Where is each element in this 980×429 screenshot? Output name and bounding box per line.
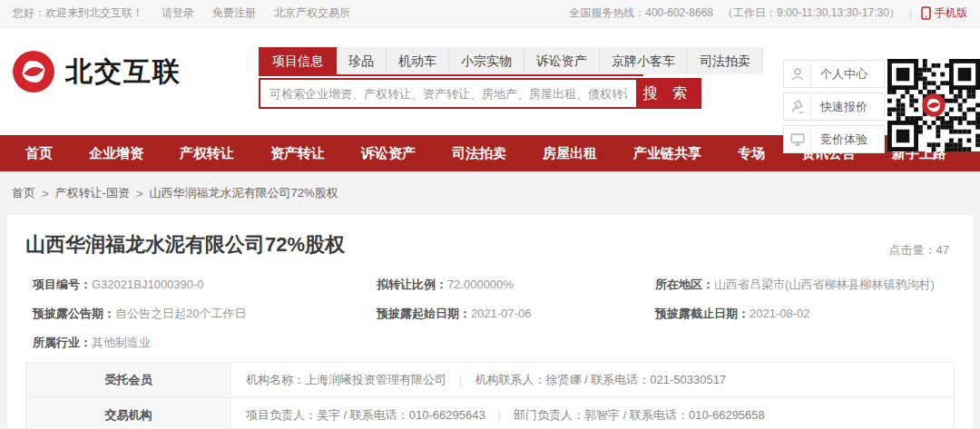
personal-center-button[interactable]: 个人中心: [783, 60, 885, 88]
project-detail-card: 山西华润福龙水泥有限公司72%股权 点击量：47 项目编号：G32021BJ10…: [7, 215, 973, 428]
mobile-version-label: 手机版: [935, 5, 967, 21]
field-transfer-ratio: 拟转让比例：72.000000%: [369, 277, 648, 293]
breadcrumb: 首页 > 产权转让-国资 > 山西华润福龙水泥有限公司72%股权: [0, 171, 980, 215]
greeting-text: 您好：欢迎来到北交互联！: [13, 5, 143, 21]
table-row-trading-institution: 交易机构 项目负责人：吴宇 / 联系电话：010-66295643 | 部门负责…: [26, 397, 954, 429]
hit-counter-label: 点击量：: [889, 243, 936, 257]
breadcrumb-separator: >: [136, 187, 143, 200]
quick-quote-button[interactable]: 快速报价: [783, 93, 885, 121]
bidding-experience-label: 竞价体验: [811, 132, 867, 148]
tab-project-info[interactable]: 项目信息: [259, 47, 337, 74]
breadcrumb-category[interactable]: 产权转让-国资: [55, 185, 130, 201]
nav-judicial-auction[interactable]: 司法拍卖: [434, 135, 524, 171]
field-start-date: 预披露起始日期：2021-07-06: [369, 306, 648, 322]
nav-capital-increase[interactable]: 企业增资: [71, 135, 162, 171]
breadcrumb-current: 山西华润福龙水泥有限公司72%股权: [150, 185, 338, 201]
bidding-experience-button[interactable]: 竞价体验: [783, 125, 885, 153]
hotline-text: 全国服务热线：400-602-8668: [569, 5, 713, 21]
work-hours-text: （工作日：9:00-11:30,13:30-17:30）: [722, 5, 900, 21]
tab-judicial-auction[interactable]: 司法拍卖: [688, 47, 763, 74]
login-link[interactable]: 请登录: [162, 5, 194, 21]
cell-divider: |: [498, 408, 501, 422]
hit-counter: 点击量：47: [889, 242, 949, 258]
page-title: 山西华润福龙水泥有限公司72%股权: [25, 215, 955, 258]
quick-links: 个人中心 快速报价 竞价体验: [783, 60, 885, 153]
qr-code: [887, 59, 980, 151]
cell-divider: |: [459, 374, 462, 387]
tab-vehicles[interactable]: 机动车: [387, 47, 449, 74]
breadcrumb-home[interactable]: 首页: [12, 185, 35, 201]
project-fields: 项目编号：G32021BJ1000390-0 拟转让比例：72.000000% …: [25, 270, 955, 357]
breadcrumb-separator: >: [42, 187, 49, 200]
phone-icon: [921, 6, 931, 20]
top-utility-bar: 您好：欢迎来到北交互联！ 请登录 免费注册 北京产权交易所 全国服务热线：400…: [0, 0, 980, 27]
quick-quote-label: 快速报价: [811, 99, 867, 115]
nav-home[interactable]: 首页: [7, 135, 71, 171]
row-content: 机构名称：上海润曦投资管理有限公司 | 机构联系人：徐贤娜 / 联系电话：021…: [231, 363, 954, 397]
nav-special-sessions[interactable]: 专场: [720, 135, 783, 171]
site-header: 北交互联 项目信息 珍品 机动车 小宗实物 诉讼资产 京牌小客车 司法拍卖 搜 …: [0, 27, 980, 135]
search-tabs: 项目信息 珍品 机动车 小宗实物 诉讼资产 京牌小客车 司法拍卖: [259, 47, 643, 76]
nav-house-rental[interactable]: 房屋出租: [524, 135, 615, 171]
mobile-version-link[interactable]: 手机版: [921, 5, 967, 21]
personal-center-label: 个人中心: [811, 66, 867, 83]
tab-beijing-plate-cars[interactable]: 京牌小客车: [600, 47, 688, 74]
divider: |: [909, 7, 912, 20]
field-end-date: 预披露截止日期：2021-08-02: [648, 306, 955, 322]
tab-litigation-assets[interactable]: 诉讼资产: [524, 47, 600, 74]
nav-asset-transfer[interactable]: 资产转让: [252, 135, 343, 171]
nav-litigation-assets[interactable]: 诉讼资产: [343, 135, 434, 171]
search-button[interactable]: 搜 索: [636, 80, 700, 107]
nav-equity-transfer[interactable]: 产权转让: [162, 135, 252, 171]
field-announcement-period: 预披露公告期：自公告之日起20个工作日: [25, 306, 369, 322]
contact-table: 受托会员 机构名称：上海润曦投资管理有限公司 | 机构联系人：徐贤娜 / 联系电…: [25, 362, 955, 429]
row-content: 项目负责人：吴宇 / 联系电话：010-66295643 | 部门负责人：郭智宇…: [231, 398, 954, 429]
user-icon: [784, 61, 811, 87]
row-header: 交易机构: [26, 398, 231, 429]
row-header: 受托会员: [26, 363, 231, 397]
tab-small-goods[interactable]: 小宗实物: [449, 47, 524, 74]
search-input[interactable]: [260, 80, 636, 107]
field-project-number: 项目编号：G32021BJ1000390-0: [25, 277, 369, 293]
table-row-entrusted-member: 受托会员 机构名称：上海润曦投资管理有限公司 | 机构联系人：徐贤娜 / 联系电…: [26, 363, 954, 397]
logo-icon: [13, 51, 54, 93]
site-logo[interactable]: 北交互联: [13, 51, 181, 93]
field-location: 所在地区：山西省吕梁市(山西省柳林县柳林镇鸦沟村): [648, 277, 955, 293]
gavel-icon: [784, 93, 811, 120]
hit-counter-value: 47: [936, 243, 949, 257]
tab-treasures[interactable]: 珍品: [337, 47, 387, 74]
search-box: 搜 索: [259, 78, 701, 109]
register-link[interactable]: 免费注册: [212, 5, 256, 21]
monitor-icon: [784, 126, 811, 152]
search-area: 项目信息 珍品 机动车 小宗实物 诉讼资产 京牌小客车 司法拍卖 搜 索: [259, 47, 701, 109]
field-industry: 所属行业：其他制造业: [25, 335, 369, 351]
nav-industry-chain[interactable]: 产业链共享: [615, 135, 720, 171]
exchange-link[interactable]: 北京产权交易所: [274, 5, 350, 21]
brand-name: 北交互联: [65, 54, 181, 91]
